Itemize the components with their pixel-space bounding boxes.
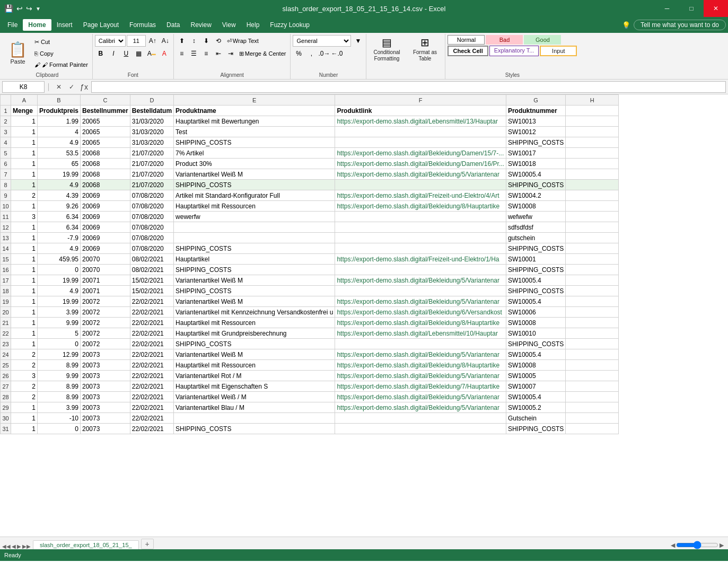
cell-f[interactable]: https://export-demo.slash.digital/Lebens… <box>335 328 506 339</box>
font-name-select[interactable]: Calibri <box>95 35 126 47</box>
cell-f[interactable]: https://export-demo.slash.digital/Beklei… <box>335 307 506 318</box>
cell-h[interactable] <box>566 159 619 169</box>
row-number[interactable]: 8 <box>1 180 11 190</box>
cell-a[interactable]: 2 <box>11 381 38 392</box>
cell-h[interactable] <box>566 243 619 254</box>
cell-d[interactable]: 22/02/2021 <box>130 296 173 307</box>
underline-button[interactable]: U <box>120 48 132 59</box>
col-header-b[interactable]: B <box>38 95 81 106</box>
cell-d[interactable]: 07/08/2020 <box>130 233 173 243</box>
horizontal-scroll-right[interactable]: ▶ <box>720 542 724 549</box>
row-number[interactable]: 25 <box>1 360 11 371</box>
fill-color-button[interactable]: A▬ <box>146 48 157 59</box>
cell-e[interactable]: SHIPPING_COSTS <box>174 424 335 434</box>
cell-b[interactable]: 5 <box>38 328 81 339</box>
menu-help[interactable]: Help <box>241 19 265 31</box>
cell-b[interactable]: 8.99 <box>38 381 81 392</box>
bold-button[interactable]: B <box>95 48 107 59</box>
cell-c[interactable]: 20069 <box>81 243 130 254</box>
align-top-button[interactable]: ⬆ <box>176 35 188 47</box>
col-header-d[interactable]: D <box>130 95 173 106</box>
cell-a[interactable]: 1 <box>11 201 38 212</box>
cell-g[interactable]: SW10010 <box>506 328 565 339</box>
undo-icon[interactable]: ↩ <box>16 4 23 13</box>
cell-e[interactable]: Variantenartikel Blau / M <box>174 402 335 413</box>
row-number[interactable]: 31 <box>1 424 11 434</box>
cell-c[interactable]: 20069 <box>81 212 130 222</box>
cell-f[interactable]: https://export-demo.slash.digital/Beklei… <box>335 360 506 371</box>
cell-e1[interactable]: Produktname <box>174 106 335 116</box>
row-number[interactable]: 4 <box>1 137 11 148</box>
cell-d[interactable]: 22/02/2021 <box>130 318 173 328</box>
cell-f[interactable]: https://export-demo.slash.digital/Beklei… <box>335 159 506 169</box>
cell-a[interactable]: 1 <box>11 222 38 233</box>
cell-c[interactable]: 20068 <box>81 159 130 169</box>
cell-d[interactable]: 22/02/2021 <box>130 339 173 349</box>
cell-h[interactable] <box>566 254 619 265</box>
cell-g[interactable]: SHIPPING_COSTS <box>506 286 565 296</box>
cell-b[interactable]: 19.99 <box>38 275 81 286</box>
col-header-c[interactable]: C <box>81 95 130 106</box>
menu-data[interactable]: Data <box>161 19 185 31</box>
menu-formulas[interactable]: Formulas <box>124 19 161 31</box>
cell-d[interactable]: 21/07/2020 <box>130 180 173 190</box>
cell-d[interactable]: 21/07/2020 <box>130 159 173 169</box>
cell-g[interactable]: SW10017 <box>506 148 565 159</box>
row-number[interactable]: 15 <box>1 254 11 265</box>
cell-d[interactable]: 22/02/2021 <box>130 413 173 424</box>
cell-e[interactable]: Variantenartikel Weiß M <box>174 296 335 307</box>
cell-g[interactable]: gutschein <box>506 233 565 243</box>
row-number[interactable]: 3 <box>1 127 11 137</box>
style-check-cell[interactable]: Check Cell <box>448 46 488 56</box>
cell-g[interactable]: SW10005.2 <box>506 402 565 413</box>
cell-d[interactable]: 22/02/2021 <box>130 402 173 413</box>
cell-h[interactable] <box>566 349 619 360</box>
cell-f[interactable] <box>335 243 506 254</box>
style-good[interactable]: Good <box>524 35 561 45</box>
col-header-f[interactable]: F <box>335 95 506 106</box>
row-number[interactable]: 30 <box>1 413 11 424</box>
cell-h[interactable] <box>566 148 619 159</box>
cell-h[interactable] <box>566 286 619 296</box>
number-format-dropdown[interactable]: ▼ <box>352 35 364 47</box>
cell-h[interactable] <box>566 392 619 402</box>
cell-d[interactable]: 31/03/2020 <box>130 116 173 127</box>
cell-a[interactable]: 1 <box>11 339 38 349</box>
row-number[interactable]: 13 <box>1 233 11 243</box>
cell-a[interactable]: 1 <box>11 169 38 180</box>
align-right-button[interactable]: ≡ <box>200 48 212 59</box>
cell-e[interactable]: Hauptartikel mit Ressourcen <box>174 360 335 371</box>
cell-e[interactable]: Variantenartikel Weiß / M <box>174 392 335 402</box>
cell-c1[interactable]: Bestellnummer <box>81 106 130 116</box>
cell-a[interactable]: 1 <box>11 254 38 265</box>
cell-a[interactable]: 1 <box>11 286 38 296</box>
cell-e[interactable]: 7% Artikel <box>174 148 335 159</box>
align-bottom-button[interactable]: ⬇ <box>200 35 212 47</box>
cell-h[interactable] <box>566 318 619 328</box>
text-direction-button[interactable]: ⟲ <box>213 35 224 47</box>
format-as-table-button[interactable]: ⊞ Format as Table <box>407 35 443 63</box>
cell-d[interactable]: 22/02/2021 <box>130 381 173 392</box>
cell-d[interactable]: 07/08/2020 <box>130 243 173 254</box>
cell-b[interactable]: 4.9 <box>38 180 81 190</box>
cell-b[interactable]: 65 <box>38 159 81 169</box>
cell-f[interactable]: https://export-demo.slash.digital/Beklei… <box>335 381 506 392</box>
row-number[interactable]: 11 <box>1 212 11 222</box>
align-middle-button[interactable]: ↕ <box>188 35 200 47</box>
cell-c[interactable]: 20073 <box>81 360 130 371</box>
cell-e[interactable]: SHIPPING_COSTS <box>174 339 335 349</box>
row-number[interactable]: 2 <box>1 116 11 127</box>
row-number[interactable]: 23 <box>1 339 11 349</box>
menu-page-layout[interactable]: Page Layout <box>78 19 124 31</box>
cell-c[interactable]: 20069 <box>81 201 130 212</box>
cell-e[interactable]: Variantenartikel Rot / M <box>174 371 335 381</box>
cell-h[interactable] <box>566 222 619 233</box>
row-number[interactable]: 10 <box>1 201 11 212</box>
cell-d[interactable]: 15/02/2021 <box>130 286 173 296</box>
col-header-a[interactable]: A <box>11 95 38 106</box>
cell-c[interactable]: 20069 <box>81 222 130 233</box>
cell-g[interactable]: SW10007 <box>506 381 565 392</box>
cell-f[interactable]: https://export-demo.slash.digital/Lebens… <box>335 116 506 127</box>
cell-a[interactable]: 1 <box>11 413 38 424</box>
style-input[interactable]: Input <box>540 46 577 56</box>
